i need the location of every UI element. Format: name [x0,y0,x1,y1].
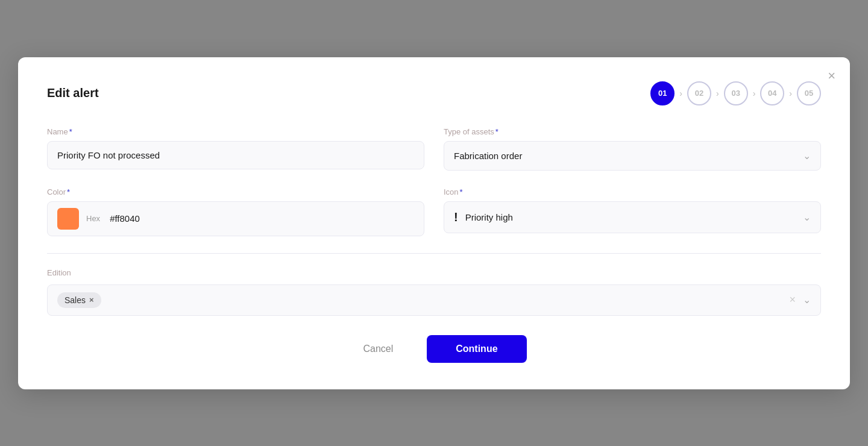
divider [47,253,821,254]
hex-value: #ff8040 [110,213,140,224]
cancel-button[interactable]: Cancel [341,335,415,363]
chevron-down-icon: ⌄ [803,212,811,223]
chevron-down-icon[interactable]: ⌄ [803,294,811,306]
icon-label: Icon* [444,187,821,196]
edition-input-box[interactable]: Sales × × ⌄ [47,284,821,316]
step-arrow-4: › [789,89,792,98]
type-of-assets-group: Type of assets* Fabrication order ⌄ [444,127,821,171]
continue-button[interactable]: Continue [427,335,526,363]
icon-select[interactable]: ! Priority high ⌄ [444,201,821,233]
clear-icon[interactable]: × [789,294,796,306]
edition-label: Edition [47,268,821,277]
hex-label: Hex [86,214,100,223]
step-arrow-2: › [716,89,719,98]
color-input-row[interactable]: Hex #ff8040 [47,201,424,236]
sales-tag: Sales × [57,292,101,308]
step-1[interactable]: 01 [650,81,675,105]
step-4[interactable]: 04 [760,81,784,105]
exclamation-icon: ! [454,210,458,224]
icon-group: Icon* ! Priority high ⌄ [444,187,821,236]
edition-section: Edition Sales × × ⌄ [47,268,821,316]
step-5[interactable]: 05 [797,81,821,105]
name-input[interactable] [47,141,424,169]
color-swatch[interactable] [57,208,79,230]
close-button[interactable]: × [828,69,835,83]
modal-title: Edit alert [47,86,99,100]
tag-remove-button[interactable]: × [89,296,94,304]
step-arrow-1: › [679,89,682,98]
name-label: Name* [47,127,424,136]
form-row-2: Color* Hex #ff8040 Icon* ! Priority high [47,187,821,236]
color-group: Color* Hex #ff8040 [47,187,424,236]
step-3[interactable]: 03 [724,81,748,105]
edit-alert-modal: × Edit alert 01 › 02 › 03 › 04 [18,57,850,389]
edition-controls: × ⌄ [789,294,811,306]
stepper: 01 › 02 › 03 › 04 › 05 [650,81,821,105]
modal-footer: Cancel Continue [47,335,821,363]
tag-label: Sales [64,295,86,305]
color-label: Color* [47,187,424,196]
type-of-assets-select[interactable]: Fabrication order ⌄ [444,141,821,171]
step-2[interactable]: 02 [687,81,711,105]
step-arrow-3: › [753,89,756,98]
chevron-down-icon: ⌄ [803,150,811,162]
edition-tags: Sales × [57,292,101,308]
name-group: Name* [47,127,424,171]
form-row-1: Name* Type of assets* Fabrication order … [47,127,821,171]
type-of-assets-label: Type of assets* [444,127,821,136]
modal-header: Edit alert 01 › 02 › 03 › 04 › [47,81,821,105]
